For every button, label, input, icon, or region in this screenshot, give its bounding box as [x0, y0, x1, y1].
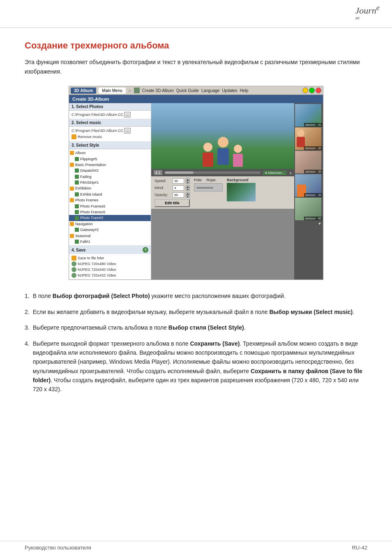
save-option-720x480[interactable]: MJPEG 720x480 Video — [71, 261, 148, 267]
style-album-folder[interactable]: Album — [69, 150, 151, 156]
help-icon[interactable]: ? — [143, 247, 148, 253]
window-controls — [302, 88, 321, 93]
style-photoframes5a[interactable]: Photo Frames5 — [69, 203, 151, 209]
wind-input[interactable] — [173, 185, 184, 191]
maximize-btn[interactable] — [309, 88, 315, 93]
style-flipping[interactable]: Flipping#5 — [69, 156, 151, 162]
instruction-num-2: 2. — [25, 307, 30, 316]
style-fading[interactable]: Fading — [69, 174, 151, 180]
main-preview-area: 4.1 ● fullscreen... ● Speed: ▲ — [151, 103, 294, 279]
style-gateway[interactable]: Gateway#2 — [69, 227, 151, 233]
baby-body — [203, 152, 213, 167]
video-icon — [71, 261, 76, 266]
style-phototram-label: Photo Tram#2 — [80, 215, 104, 221]
opacity-up-btn[interactable]: ▲ — [186, 192, 190, 195]
style-exhibit-island-label: Exhibit Island — [80, 192, 102, 197]
logo-text: Journeair — [355, 4, 380, 24]
fullscreen-button[interactable]: ● fullscreen... — [263, 171, 287, 175]
close-btn[interactable] — [316, 88, 321, 93]
tab-3d-album[interactable]: 3D Album — [71, 88, 96, 94]
style-exhibit-island[interactable]: Exhibit Island — [69, 192, 151, 197]
item-icon — [75, 210, 79, 214]
speed-up-btn[interactable]: ▲ — [186, 178, 190, 181]
style-seasonal-folder[interactable]: Seasonal — [69, 233, 151, 239]
photos-browse-btn[interactable]: ... — [124, 112, 131, 118]
left-panel: 1. Select Photos C:\Program Files\3D-Alb… — [69, 103, 151, 279]
folder-icon — [70, 187, 74, 191]
style-navigation-folder[interactable]: Navigation — [69, 221, 151, 227]
style-photoframes-folder[interactable]: Photo Frames — [69, 197, 151, 203]
style-dispatch-label: Dispatch#2 — [80, 168, 99, 173]
video-icon — [71, 273, 76, 278]
thumb-item-4[interactable]: Jackson - 04 — [295, 174, 322, 197]
instruction-2: 2. Если вы желаете добавить в видеофильм… — [25, 307, 367, 316]
instruction-text-2: Если вы желаете добавить в видеофильм му… — [33, 307, 354, 316]
folder-icon — [71, 256, 76, 261]
style-basic-folder[interactable]: Basic Presentation — [69, 162, 151, 168]
select-music-header: 2. Select music — [69, 119, 151, 127]
opacity-input[interactable] — [173, 192, 184, 198]
intro-paragraph: Эта функция позволяет объединить фотогра… — [25, 58, 367, 76]
style-phototram[interactable]: Photo Tram#2 — [69, 215, 151, 221]
dot-indicator: ● — [289, 171, 292, 175]
minimize-btn[interactable] — [302, 88, 308, 93]
thumb-label-4: Jackson - 04 — [304, 193, 322, 197]
help-btn[interactable]: Help — [240, 88, 249, 93]
edit-title-button[interactable]: Edit title — [154, 199, 190, 207]
thumb-item-1[interactable]: Jackson - 01 — [295, 104, 322, 127]
style-seasonal-label: Seasonal — [75, 233, 91, 239]
toolbar-separator: » — [128, 87, 131, 94]
baby-figure-2 — [217, 137, 229, 165]
page-footer: Руководство пользователя RU-42 — [0, 541, 392, 554]
language-btn[interactable]: Language — [201, 88, 220, 93]
speed-input[interactable] — [173, 178, 184, 184]
music-path-row: C:\Program Files\3D-Album-CC ... — [71, 128, 148, 134]
thumb-item-2[interactable]: Jackson - 02 — [295, 127, 322, 150]
save-option-720x540[interactable]: MJPEG 720x540 Video — [71, 267, 148, 272]
baby-head — [218, 137, 228, 148]
create-album-btn[interactable]: Create 3D-Album — [142, 88, 174, 93]
select-music-content: C:\Program Files\3D-Album-CC ... Remove … — [69, 127, 151, 142]
style-photoframes5b[interactable]: Photo Frames5 — [69, 209, 151, 215]
style-fall[interactable]: Fall#1 — [69, 239, 151, 245]
wind-up-btn[interactable]: ▲ — [186, 185, 190, 188]
style-tree-container: Album Flipping#5 Basic Presentation — [69, 149, 151, 246]
tab-main-menu[interactable]: Main Menu — [99, 88, 125, 94]
baby-head — [203, 143, 212, 152]
opacity-down-btn[interactable]: ▼ — [186, 195, 190, 198]
save-option-720x432[interactable]: MJPEG 720x432 Video — [71, 272, 148, 278]
thumbnail-strip: Jackson - 01 Jackson - 02 Jackson - 03 — [294, 103, 323, 279]
style-basic-label: Basic Presentation — [75, 162, 106, 168]
background-preview — [227, 183, 256, 201]
style-dispatch[interactable]: Dispatch#2 — [69, 168, 151, 173]
play-button[interactable]: 4.1 — [154, 170, 162, 175]
save-720x540-label: MJPEG 720x540 Video — [78, 268, 116, 272]
folder-icon — [70, 163, 74, 167]
page-title: Создание трехмерного альбома — [25, 40, 367, 51]
main-content: Создание трехмерного альбома Эта функция… — [0, 28, 392, 413]
pole-rope-control[interactable] — [194, 183, 223, 192]
item-icon — [75, 157, 79, 161]
style-filmstrip[interactable]: FilmStrip#1 — [69, 180, 151, 185]
item-icon — [75, 216, 79, 220]
progress-bar[interactable] — [165, 171, 261, 174]
opacity-label: Opacity: — [154, 193, 171, 197]
item-icon — [75, 228, 79, 232]
opacity-spinner: ▲ ▼ — [186, 192, 190, 198]
thumb-item-5[interactable]: Jackson - 05 — [295, 198, 322, 220]
select-photos-content: C:\Program Files\3D-Album-CC ... — [69, 111, 151, 119]
save-option-folder[interactable]: Save to file foler — [71, 255, 148, 261]
speed-down-btn[interactable]: ▼ — [186, 181, 190, 184]
quick-guide-btn[interactable]: Quick Guide — [176, 88, 199, 93]
playback-controls: 4.1 ● fullscreen... ● — [151, 169, 294, 176]
app-screenshot: 3D Album Main Menu » Create 3D-Album Qui… — [69, 86, 323, 280]
item-icon — [75, 169, 79, 173]
music-browse-btn[interactable]: ... — [124, 128, 131, 134]
thumb-item-3[interactable]: Jackson - 03 — [295, 151, 322, 173]
remove-music-icon — [71, 134, 76, 139]
remove-music-row[interactable]: Remove music — [71, 134, 148, 140]
style-filmstrip-label: FilmStrip#1 — [80, 180, 99, 185]
style-exhibition-folder[interactable]: Exhibition — [69, 185, 151, 191]
updates-btn[interactable]: Updates — [222, 88, 237, 93]
wind-down-btn[interactable]: ▼ — [186, 188, 190, 191]
